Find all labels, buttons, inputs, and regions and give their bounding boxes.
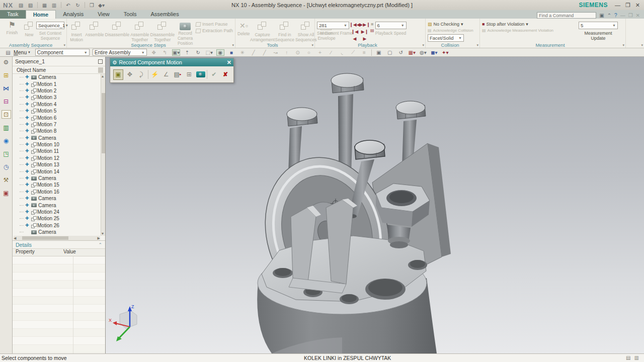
shaded-view-icon[interactable]: ◉ — [216, 49, 224, 56]
rotate-component-button[interactable]: ⤸ — [136, 69, 146, 80]
measurement-update-select[interactable]: 5▼ — [579, 22, 618, 29]
hd3d-tools-icon[interactable]: ◳ — [2, 149, 11, 158]
sequence-steps-launcher-icon[interactable]: ▾ — [232, 43, 234, 47]
tree-item[interactable]: ✚ Camera — [20, 195, 105, 202]
tree-horizontal-scrollbar[interactable]: ◀ ▶ — [14, 236, 100, 240]
attach-component-button[interactable]: ⊞ — [184, 69, 194, 80]
tree-item[interactable]: ✚ Motion 1 — [20, 80, 105, 87]
collision-launcher-icon[interactable]: ▾ — [476, 43, 478, 47]
camera-flag-button[interactable]: ▤▸ — [173, 69, 183, 80]
tree-item[interactable]: ✚ Motion 13 — [20, 161, 105, 168]
tree-vertical-scrollbar[interactable]: ▲ ▼ — [101, 74, 105, 236]
tree-scroll-thumb[interactable] — [102, 93, 105, 153]
constraint-navigator-icon[interactable]: ⋈ — [2, 84, 11, 93]
angle-motion-button[interactable]: ∠ — [161, 69, 171, 80]
assembly-sequence-launcher-icon[interactable]: ▾ — [63, 43, 65, 47]
tree-item[interactable]: ✚ Camera — [20, 135, 105, 141]
tree-item[interactable]: ✚ Motion 24 — [20, 209, 105, 215]
arrow-up-icon[interactable]: ↑ — [283, 50, 291, 55]
tree-item[interactable]: ✚ Motion 11 — [20, 148, 105, 154]
doc-restore-icon[interactable]: ❐ — [628, 13, 633, 18]
minimize-ribbon-icon[interactable]: ⌃ — [607, 13, 611, 18]
object-name-column-header[interactable]: Object Name — [17, 67, 46, 73]
solid-cube-icon[interactable]: ■ — [227, 50, 235, 55]
set-current-frame-button[interactable]: Set Current Frame — [317, 31, 349, 36]
disassemble-button[interactable]: Disassemble — [105, 20, 130, 38]
scroll-down-icon[interactable]: ▼ — [101, 232, 105, 235]
explode-icon[interactable]: ✳ — [238, 50, 247, 55]
dynamic-positioning-button[interactable]: ⚡ — [150, 69, 160, 80]
tree-item[interactable]: ✚ Motion 3 — [20, 94, 105, 101]
tree-item[interactable]: ✚ Camera — [20, 202, 105, 208]
tree-item[interactable]: ✚ Motion 26 — [20, 222, 105, 229]
playback-launcher-icon[interactable]: ▾ — [422, 43, 424, 47]
tree-item[interactable]: ✚ Camera — [20, 74, 105, 80]
manufacturing-wizard-icon[interactable]: ▣ — [2, 189, 11, 197]
sequence-select[interactable]: Sequence_1▼ — [36, 22, 64, 29]
measurement-launcher-icon[interactable]: ▾ — [622, 43, 624, 47]
save-as-icon[interactable]: ▥ — [50, 2, 58, 9]
move-component-button[interactable]: ▣ — [113, 69, 123, 80]
tab-assemblies[interactable]: Assemblies — [144, 10, 186, 19]
value-column-header[interactable]: Value — [60, 249, 79, 256]
step-forward-button[interactable]: ▶❙ — [360, 28, 369, 35]
dialog-title-bar[interactable]: ⚙ Record Component Motion ✕ — [110, 58, 233, 66]
capture-arrangement-button[interactable]: Capture Arrangement — [251, 20, 274, 43]
render-style-icon[interactable]: ◍▾ — [419, 50, 427, 55]
set-context-sequence-button[interactable]: Set Context Sequence — [36, 31, 64, 41]
tools-launcher-icon[interactable]: ▾ — [311, 43, 313, 47]
touch-mode-icon[interactable]: ◆▾ — [98, 2, 105, 9]
paste-icon[interactable]: ▨ — [17, 2, 25, 9]
tree-item[interactable]: ✚ Motion 12 — [20, 155, 105, 161]
roles-gear-icon[interactable]: ⚙ — [2, 58, 11, 66]
save-icon[interactable]: ▦ — [41, 2, 48, 9]
ok-button[interactable]: ✔ — [209, 69, 219, 80]
sequence-navigator-icon[interactable]: ⊡ — [2, 110, 11, 119]
scroll-right-icon[interactable]: ▶ — [98, 236, 100, 240]
step-back-button[interactable]: ❙◀ — [350, 28, 359, 35]
current-frame-select[interactable]: 281▼ — [317, 22, 349, 29]
doc-close-icon[interactable]: ✕ — [636, 13, 640, 18]
close-button[interactable]: ✕ — [635, 2, 640, 9]
undock-panel-icon[interactable] — [98, 59, 103, 64]
scroll-left-icon[interactable]: ◀ — [14, 236, 16, 240]
undo-icon[interactable]: ↶ — [64, 2, 72, 9]
line1-icon[interactable]: ╱ — [250, 50, 258, 55]
tree-item[interactable]: ✚ Motion 5 — [20, 108, 105, 114]
tab-task[interactable]: Task — [0, 10, 26, 19]
extraction-path-button[interactable]: Extraction Path — [196, 28, 233, 33]
line2-icon[interactable]: ╱ — [261, 50, 269, 55]
facet-solid-select[interactable]: Facet/Solid▼ — [428, 34, 464, 42]
command-finder-icon[interactable]: ▣ — [599, 13, 604, 18]
tree-item[interactable]: ✚ Motion 14 — [20, 168, 105, 174]
layers-icon[interactable]: ≡ — [360, 50, 368, 55]
tree-item[interactable]: ✚ Motion 16 — [20, 189, 105, 195]
find-command-input[interactable] — [537, 12, 596, 19]
show-all-sequences-button[interactable]: Show All Sequences — [295, 20, 317, 43]
copy-icon[interactable]: ▧ — [27, 2, 34, 9]
tree-item[interactable]: ✚ Motion 6 — [20, 114, 105, 121]
rect-select-icon[interactable]: ⬚▾ — [205, 50, 213, 55]
collapse-details-icon[interactable]: ⌃ — [98, 242, 102, 247]
move-up-icon[interactable]: ⇡ — [183, 50, 191, 55]
refresh-icon[interactable]: ↺ — [397, 50, 405, 55]
new-sequence-button[interactable]: New — [23, 20, 35, 38]
scroll-up-icon[interactable]: ▲ — [101, 74, 105, 78]
help-icon[interactable]: ? — [614, 13, 617, 18]
tree-item[interactable]: ✚ Motion 7 — [20, 121, 105, 128]
fit-view-icon[interactable]: ▣ — [375, 50, 383, 55]
play-forward-button[interactable]: ▶ — [360, 35, 369, 42]
status-note-icon[interactable]: ▥ — [634, 355, 639, 360]
selection-arrow-icon[interactable]: ↰ — [161, 50, 169, 55]
animation-icon[interactable]: ✦▾ — [441, 50, 449, 55]
cad-model[interactable]: Z X — [106, 57, 644, 353]
tab-analysis[interactable]: Analysis — [56, 10, 91, 19]
grid-icon[interactable]: ▦▾ — [408, 50, 416, 55]
slash-icon[interactable]: ∕ — [327, 50, 335, 55]
plus-icon[interactable]: ＋ — [316, 49, 324, 56]
point-to-point-button[interactable]: ✥ — [125, 69, 135, 80]
part-navigator-icon[interactable]: ⊟ — [2, 97, 11, 106]
tree-item[interactable]: ✚ Motion 2 — [20, 87, 105, 94]
selection-scope-select[interactable]: Component▼ — [35, 49, 90, 56]
delete-button[interactable]: ✕▫ Delete — [237, 20, 250, 37]
